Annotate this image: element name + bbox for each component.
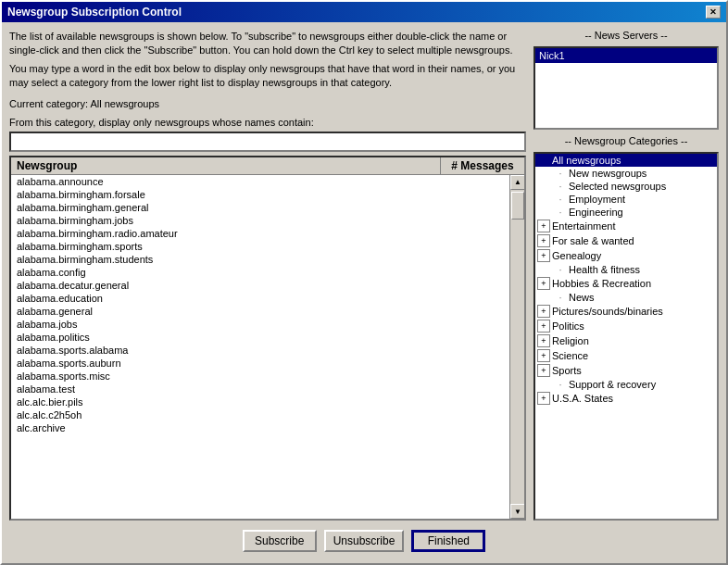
category-label: Health & fitness (569, 264, 640, 275)
scrollbar[interactable]: ▲ ▼ (509, 175, 524, 519)
category-label: Selected newsgroups (569, 181, 666, 192)
cat-indent-icon: · (554, 181, 567, 192)
cat-indent-icon: · (554, 379, 567, 390)
table-row[interactable]: alabama.jobs (11, 318, 509, 331)
category-item[interactable]: +Sports (535, 363, 717, 378)
category-item[interactable]: All newsgroups (535, 154, 717, 167)
category-label: Science (552, 350, 588, 361)
category-label: Entertainment (552, 220, 615, 232)
category-item[interactable]: ·Employment (535, 193, 717, 206)
table-row[interactable]: alabama.sports.misc (11, 370, 509, 383)
table-row[interactable]: alabama.birmingham.radio.amateur (11, 227, 509, 240)
category-item[interactable]: ·Health & fitness (535, 263, 717, 276)
category-item[interactable]: +Politics (535, 319, 717, 333)
close-button[interactable]: ✕ (706, 6, 721, 19)
category-label: Engineering (569, 207, 623, 218)
cat-expand-icon[interactable]: + (537, 392, 550, 405)
cat-expand-icon[interactable]: + (537, 277, 550, 290)
unsubscribe-button[interactable]: Unsubscribe (324, 530, 405, 552)
category-label: Genealogy (552, 250, 601, 261)
table-row[interactable]: alabama.education (11, 292, 509, 305)
table-row[interactable]: alabama.test (11, 383, 509, 396)
category-item[interactable]: ·Support & recovery (535, 378, 717, 391)
window-title: Newsgroup Subscription Control (7, 6, 182, 19)
category-item[interactable]: +Hobbies & Recreation (535, 276, 717, 291)
category-item[interactable]: +Science (535, 348, 717, 363)
category-item[interactable]: ·News (535, 291, 717, 304)
cat-expand-icon[interactable]: + (537, 249, 550, 262)
table-row[interactable]: alabama.announce (11, 175, 509, 188)
table-row[interactable]: alc.archive (11, 421, 509, 434)
finished-button[interactable]: Finished (411, 530, 485, 552)
scroll-thumb[interactable] (511, 192, 524, 220)
table-row[interactable]: alc.alc.c2h5oh (11, 408, 509, 421)
filter-label: From this category, display only newsgro… (9, 117, 526, 128)
current-category-label: Current category: All newsgroups (9, 98, 526, 109)
scroll-up-btn[interactable]: ▲ (510, 175, 524, 190)
cat-indent-icon: · (554, 194, 567, 205)
main-window: Newsgroup Subscription Control ✕ The lis… (0, 0, 728, 565)
table-scroll-area: alabama.announcealabama.birmingham.forsa… (11, 175, 524, 519)
category-label: For sale & wanted (552, 235, 634, 246)
table-row[interactable]: alabama.birmingham.jobs (11, 214, 509, 227)
servers-box[interactable]: Nick1 (533, 46, 719, 130)
cat-indent-icon: · (554, 168, 567, 179)
category-label: Religion (552, 335, 589, 346)
category-item[interactable]: ·New newsgroups (535, 167, 717, 180)
category-item[interactable]: +For sale & wanted (535, 233, 717, 248)
category-label: Support & recovery (569, 379, 656, 390)
cat-expand-icon[interactable]: + (537, 234, 550, 247)
cat-expand-icon[interactable]: + (537, 320, 550, 333)
table-row[interactable]: alabama.general (11, 305, 509, 318)
table-row[interactable]: alabama.politics (11, 331, 509, 344)
category-item[interactable]: +Pictures/sounds/binaries (535, 304, 717, 319)
server-item[interactable]: Nick1 (535, 48, 717, 63)
category-item[interactable]: +Genealogy (535, 248, 717, 263)
cat-expand-icon[interactable]: + (537, 334, 550, 347)
table-row[interactable]: alc.alc.bier.pils (11, 396, 509, 408)
category-item[interactable]: +Entertainment (535, 219, 717, 233)
table-row[interactable]: alabama.birmingham.general (11, 201, 509, 214)
cat-expand-icon[interactable]: + (537, 349, 550, 362)
scroll-down-btn[interactable]: ▼ (510, 504, 524, 519)
cat-indent-icon: · (554, 292, 567, 303)
subscribe-button[interactable]: Subscribe (243, 530, 317, 552)
main-area: The list of available newsgroups is show… (9, 30, 719, 521)
col-newsgroup-header: Newsgroup (11, 157, 441, 174)
category-item[interactable]: +U.S.A. States (535, 391, 717, 406)
table-row[interactable]: alabama.birmingham.students (11, 253, 509, 266)
category-item[interactable]: +Religion (535, 333, 717, 348)
newsgroup-table: Newsgroup # Messages alabama.announceala… (9, 156, 526, 521)
table-row[interactable]: alabama.birmingham.sports (11, 240, 509, 253)
cat-indent-icon: · (554, 264, 567, 275)
table-row[interactable]: alabama.birmingham.forsale (11, 188, 509, 201)
left-panel: The list of available newsgroups is show… (9, 30, 526, 521)
category-label: All newsgroups (552, 155, 621, 166)
table-row[interactable]: alabama.sports.alabama (11, 344, 509, 357)
category-label: News (569, 292, 595, 303)
table-header: Newsgroup # Messages (11, 157, 524, 175)
category-label: Employment (569, 194, 625, 205)
categories-label: -- Newsgroup Categories -- (533, 135, 719, 146)
category-label: Politics (552, 320, 584, 332)
category-item[interactable]: ·Selected newsgroups (535, 180, 717, 193)
cat-expand-icon[interactable]: + (537, 364, 550, 377)
cat-expand-icon[interactable]: + (537, 305, 550, 318)
info-text-2: You may type a word in the edit box belo… (9, 62, 526, 91)
category-item[interactable]: ·Engineering (535, 206, 717, 219)
footer: Subscribe Unsubscribe Finished (9, 524, 719, 556)
category-label: Pictures/sounds/binaries (552, 306, 663, 317)
filter-input[interactable] (9, 132, 526, 152)
table-row[interactable]: alabama.config (11, 266, 509, 279)
category-label: Sports (552, 365, 582, 376)
servers-label: -- News Servers -- (533, 30, 719, 41)
table-row[interactable]: alabama.sports.auburn (11, 357, 509, 370)
category-label: New newsgroups (569, 168, 646, 179)
cat-expand-icon[interactable]: + (537, 220, 550, 232)
category-label: U.S.A. States (552, 393, 613, 404)
table-row[interactable]: alabama.decatur.general (11, 279, 509, 292)
table-rows: alabama.announcealabama.birmingham.forsa… (11, 175, 509, 519)
categories-box[interactable]: All newsgroups·New newsgroups·Selected n… (533, 152, 719, 521)
title-bar: Newsgroup Subscription Control ✕ (2, 2, 726, 22)
info-text-1: The list of available newsgroups is show… (9, 30, 526, 58)
